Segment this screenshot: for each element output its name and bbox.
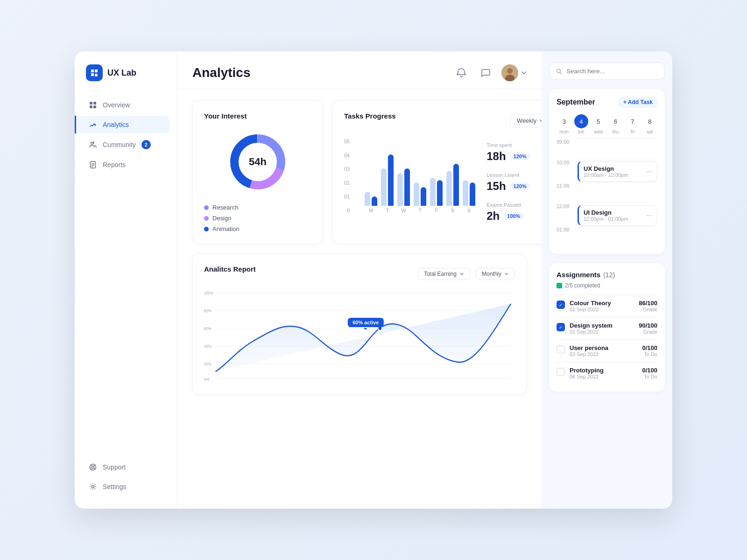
completed-text: 2/5 completed (565, 282, 600, 289)
time-slot-10: 10:00 UX Design 10:00am - 12:00pm ··· (557, 159, 657, 182)
score-value: 0/100 (642, 344, 657, 351)
assignments-header: Assignments (12) (557, 271, 657, 279)
checkbox-user-persona[interactable] (557, 345, 565, 354)
checkbox-design-system[interactable]: ✓ (557, 323, 565, 331)
svg-text:20: 20 (433, 383, 437, 383)
score-label: To Do (642, 351, 657, 357)
svg-text:100%: 100% (204, 290, 214, 295)
bar-group-f: F (430, 131, 443, 213)
day-num-today: 4 (574, 114, 588, 128)
svg-rect-3 (93, 105, 96, 108)
report-header: Analitcs Report Total Earning Monthly (204, 265, 515, 282)
sidebar-item-analytics[interactable]: Analytics (75, 116, 169, 133)
event-ui-design[interactable]: UI Design 12:00pm - 01:00pm ··· (578, 205, 657, 226)
legend-animation: Animation (204, 225, 311, 232)
sidebar-item-community[interactable]: Cummunity 2 (82, 135, 169, 154)
search-bar (549, 63, 665, 80)
day-header-thu: 6 thu (608, 114, 623, 134)
report-title: Analitcs Report (204, 265, 256, 273)
svg-text:13: 13 (241, 383, 245, 383)
svg-text:16: 16 (323, 383, 327, 383)
stat-value: 18h (486, 150, 506, 163)
svg-point-4 (95, 125, 96, 126)
dropdown-chevron (504, 272, 509, 276)
bar-group-t1: T (381, 131, 394, 213)
event-ux-design[interactable]: UX Design 10:00am - 12:00pm ··· (578, 161, 657, 182)
bar-chart-inner: M T (365, 139, 475, 223)
stat-row: 15h 120% (486, 180, 542, 193)
bar-light (414, 182, 419, 206)
bar-dark (453, 164, 459, 206)
assignment-colour-theory: ✓ Colour Theory 01 Sep 2022 86/100 Grade (557, 294, 657, 317)
bar-wrapper (446, 131, 459, 206)
bar-wrapper (430, 131, 443, 206)
sidebar-item-overview[interactable]: Overview (82, 96, 169, 114)
community-badge: 2 (141, 140, 151, 149)
day-num: 3 (557, 114, 571, 128)
checkbox-prototyping[interactable] (557, 368, 565, 376)
bar-dark (404, 168, 410, 206)
calendar-header: September + Add Task (557, 97, 657, 108)
logo-text: UX Lab (107, 68, 136, 78)
bar-group-t2: T (414, 131, 426, 213)
bar-group-s2: S (463, 131, 475, 213)
day-headers: 3 mon 4 tue 5 wed 6 thu 7 fri (557, 114, 657, 134)
top-row: Your Interest (192, 100, 527, 244)
bar-dark (470, 182, 475, 206)
stat-label: Exams Passed (486, 202, 542, 208)
stat-row: 18h 120% (486, 150, 542, 163)
chart-icon (89, 120, 97, 129)
event-more-icon[interactable]: ··· (646, 211, 652, 220)
day-num: 5 (592, 114, 606, 128)
score-value: 90/100 (639, 322, 657, 329)
notification-icon[interactable] (453, 64, 470, 81)
score-value: 86/100 (639, 300, 657, 307)
add-task-button[interactable]: + Add Task (619, 97, 657, 108)
event-title: UI Design (584, 209, 628, 216)
chart-area: 05 04 03 02 01 0 (344, 139, 542, 223)
sidebar-item-settings[interactable]: Settings (82, 478, 169, 496)
calendar-card: September + Add Task 3 mon 4 tue 5 wed 6 (549, 89, 665, 254)
day-num: 6 (608, 114, 622, 128)
total-earning-dropdown[interactable]: Total Earning (418, 268, 470, 280)
stat-value: 15h (486, 180, 506, 193)
bar-group-m: M (365, 131, 377, 213)
weekly-dropdown[interactable]: Weekly (510, 114, 542, 127)
svg-text:12: 12 (213, 383, 218, 383)
search-input[interactable] (567, 68, 658, 75)
svg-point-11 (92, 466, 94, 469)
stat-badge: 100% (503, 212, 524, 220)
message-icon[interactable] (477, 64, 494, 81)
svg-rect-1 (93, 102, 96, 105)
svg-rect-0 (90, 102, 92, 105)
y-axis: 05 04 03 02 01 0 (344, 139, 350, 223)
legend-design: Design (204, 215, 311, 222)
sidebar-item-reports[interactable]: Reports (82, 156, 169, 174)
bar-light (430, 178, 436, 206)
checkbox-colour-theory[interactable]: ✓ (557, 301, 565, 309)
assignment-date: 06 Sep 2022 (570, 374, 637, 379)
event-more-icon[interactable]: ··· (646, 168, 652, 176)
stat-time-spent: Time spent 18h 120% (486, 142, 542, 163)
assignment-design-system: ✓ Design system 01 Sep 2022 90/100 Grade (557, 317, 657, 339)
event-title: UX Design (584, 165, 628, 172)
sidebar-item-label: Settings (103, 483, 127, 490)
svg-text:80%: 80% (204, 308, 211, 313)
svg-line-14 (91, 468, 92, 469)
bar-wrapper (365, 131, 377, 206)
bar-light (446, 171, 452, 206)
avatar (501, 64, 518, 81)
interest-card: Your Interest (192, 100, 323, 244)
logo-icon (86, 64, 103, 81)
monthly-dropdown[interactable]: Monthly (476, 268, 515, 280)
svg-point-16 (92, 486, 94, 488)
assignment-name: Colour Theory (570, 300, 634, 307)
sidebar-item-support[interactable]: Support (82, 458, 169, 476)
avatar-button[interactable] (501, 64, 527, 81)
design-dot (204, 216, 209, 221)
stat-badge: 120% (510, 182, 530, 190)
time-slot-1: 01:00 (557, 226, 657, 246)
day-header-wed: 5 wed (591, 114, 606, 134)
legend-research: Research (204, 204, 311, 211)
time-slot-11: 11:00 (557, 182, 657, 203)
